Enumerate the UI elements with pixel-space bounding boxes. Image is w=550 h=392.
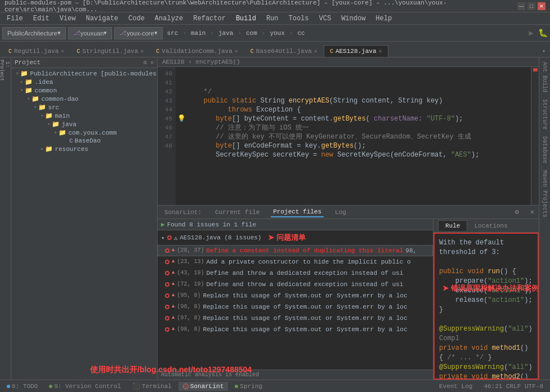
tab-regutil[interactable]: C RegUtil.java ✕ xyxy=(2,45,70,57)
sonarlint-panel: SonarLint: Current file Project files Lo… xyxy=(158,205,539,380)
tab-version-control[interactable]: 9: Version Control xyxy=(44,382,126,391)
toolbar: PublicArchitecture ▾ ⎇ youxuan ▾ ⎇ youx-… xyxy=(0,25,550,42)
tab-rule[interactable]: Rule xyxy=(438,220,467,231)
tree-idea[interactable]: ▸ 📁 .idea xyxy=(11,78,157,86)
maximize-button[interactable]: □ xyxy=(527,2,535,10)
menu-run[interactable]: Run xyxy=(262,14,283,24)
menu-view[interactable]: View xyxy=(55,14,81,24)
issue-row-7[interactable]: ▲ (98, 8) Replace this usage of System.o… xyxy=(158,324,433,335)
tree-common[interactable]: ▾ 📁 common xyxy=(11,86,157,95)
tab-log[interactable]: Log xyxy=(333,208,348,217)
menu-file[interactable]: File xyxy=(2,14,28,24)
issues-panel: ▶ Found 8 issues in 1 file ▾ ⚠ AES128.ja… xyxy=(158,219,433,380)
file-tabs: C RegUtil.java ✕ C StringUtil.java ✕ C V… xyxy=(0,42,550,57)
tab-stringutil[interactable]: C StringUtil.java ✕ xyxy=(70,45,150,57)
menu-help[interactable]: Help xyxy=(371,14,396,24)
menu-build[interactable]: Build xyxy=(231,14,261,24)
tab-overflow-icon[interactable]: ▾ xyxy=(540,46,548,57)
tree-com-youx[interactable]: ▾ 📁 com.youx.comm xyxy=(11,128,157,137)
rule-panel-tabs: Rule Locations xyxy=(433,219,539,233)
close-panel-icon[interactable]: ✕ xyxy=(530,208,534,216)
editor-stripe xyxy=(531,67,539,205)
event-log-btn[interactable]: Event Log xyxy=(435,382,477,391)
issue-row-3[interactable]: ▲ (72, 19) Define and throw a dedicated … xyxy=(158,279,433,290)
menu-edit[interactable]: Edit xyxy=(29,14,54,24)
issue-row-6[interactable]: ▲ (97, 8) Replace this usage of System.o… xyxy=(158,313,433,324)
sidebar-structure[interactable]: Structure xyxy=(540,97,549,132)
tree-root[interactable]: ▾ 📁 PublicArchitecture [public-modules- xyxy=(11,69,157,78)
branch2-btn[interactable]: ⎇ youx-core ▾ xyxy=(114,27,162,39)
menu-vcs[interactable]: VCS xyxy=(315,14,336,24)
issues-toolbar: ▶ Found 8 issues in 1 file xyxy=(158,219,433,230)
issue-circle-4 xyxy=(165,293,169,298)
tree-main[interactable]: ▾ 📁 main xyxy=(11,112,157,120)
menu-refactor[interactable]: Refactor xyxy=(189,14,230,24)
issue-row-2[interactable]: ▲ (43, 19) Define and throw a dedicated … xyxy=(158,268,433,279)
gutter: 💡 xyxy=(176,67,187,205)
issues-list[interactable]: ▾ ⚠ AES128.java (8 issues) ➤ 问题清单 ▲ xyxy=(158,230,433,369)
issue-circle-2 xyxy=(165,271,169,275)
issue-row-4[interactable]: ▲ (95, 8) Replace this usage of System.o… xyxy=(158,290,433,301)
close-button[interactable]: ✕ xyxy=(538,2,545,10)
menu-window[interactable]: Window xyxy=(337,14,370,24)
run-icon[interactable]: ▶ xyxy=(529,28,534,38)
code-content[interactable]: */ public static String encryptAES(Strin… xyxy=(187,67,531,205)
settings-icon[interactable]: ⚙ xyxy=(515,208,519,216)
tab-aes128[interactable]: C AES128.java ✕ xyxy=(324,45,388,57)
bottom-toolbar: 6: TODO 9: Version Control ⬛ Terminal S … xyxy=(0,380,550,392)
tree-common-dao[interactable]: ▾ 📁 common-dao xyxy=(11,95,157,103)
issue-header-icon xyxy=(167,235,172,240)
sidebar-database[interactable]: Database xyxy=(540,134,549,166)
project-panel-header: Project ⚙ ✕ xyxy=(11,57,157,68)
menu-analyze[interactable]: Analyze xyxy=(150,14,187,24)
menu-navigate[interactable]: Navigate xyxy=(81,14,123,24)
tab-terminal[interactable]: ⬛ Terminal xyxy=(128,381,176,391)
project-tree[interactable]: ▾ 📁 PublicArchitecture [public-modules- … xyxy=(11,68,157,380)
branch1-btn[interactable]: ⎇ youxuan ▾ xyxy=(68,27,113,39)
issue-circle-1 xyxy=(165,260,169,264)
rule-content: With the default threshold of 3: public … xyxy=(433,233,539,380)
project-panel: Project ⚙ ✕ ▾ 📁 PublicArchitecture [publ… xyxy=(11,57,158,380)
tab-validationcomm[interactable]: C ValidationComm.java ✕ xyxy=(150,45,244,57)
breadcrumb-com: com xyxy=(244,29,260,38)
project-dropdown[interactable]: PublicArchitecture ▾ xyxy=(2,27,66,39)
tab-todo[interactable]: 6: TODO xyxy=(2,382,42,391)
debug-icon[interactable]: 🐛 xyxy=(538,28,548,38)
tab-locations[interactable]: Locations xyxy=(467,221,514,231)
breadcrumb-src: src xyxy=(165,29,181,38)
code-editor[interactable]: 40 41 42 43 44 45 46 47 48 � xyxy=(158,67,539,205)
issue-row-5[interactable]: ▲ (96, 8) Replace this usage of System.o… xyxy=(158,301,433,313)
editor-breadcrumb: AES128 › encryptAES() xyxy=(158,57,539,67)
tab-project-files[interactable]: Project files xyxy=(271,207,324,217)
tree-resources[interactable]: ▸ 📁 resources xyxy=(11,145,157,153)
issue-row-1[interactable]: ▲ (23, 13) Add a private constructor to … xyxy=(158,256,433,268)
project-header-icons: ⚙ ✕ xyxy=(144,59,154,66)
project-label: Project xyxy=(15,59,41,66)
editor-area: AES128 › encryptAES() 40 41 42 43 44 45 … xyxy=(158,57,539,380)
sidebar-project-icon[interactable]: 1: Project xyxy=(1,60,10,69)
minimize-button[interactable]: — xyxy=(517,2,525,10)
tab-current-file[interactable]: Current file xyxy=(213,208,262,217)
tree-basedao[interactable]: C BaseDao xyxy=(11,137,157,145)
sidebar-ant-build[interactable]: Ant Build xyxy=(540,60,549,95)
issues-file-header[interactable]: ▾ ⚠ AES128.java (8 issues) ➤ 问题清单 xyxy=(158,230,433,245)
right-sidebar: Ant Build Structure Database Maven Proje… xyxy=(539,57,550,380)
tree-src[interactable]: ▾ 📁 src xyxy=(11,103,157,112)
status-position: 46:21 CRLF UTF-8 xyxy=(479,382,548,391)
issues-chinese-label: ➤ 问题清单 xyxy=(268,233,306,243)
tab-spring[interactable]: Spring xyxy=(230,382,267,391)
menu-code[interactable]: Code xyxy=(124,14,149,24)
breadcrumb-java: java xyxy=(216,29,235,38)
menu-tools[interactable]: Tools xyxy=(284,14,314,24)
rule-panel: Rule Locations With the default threshol… xyxy=(433,219,539,380)
tab-sonarlint-bottom[interactable]: S SonarLint xyxy=(178,382,228,391)
issue-row-0[interactable]: ▲ (28, 37) Define a constant instead of … xyxy=(158,245,433,256)
menu-bar: File Edit View Navigate Code Analyze Ref… xyxy=(0,12,550,25)
tree-java[interactable]: ▾ 📁 java xyxy=(11,120,157,128)
left-sidebar: 1: Project xyxy=(0,57,11,380)
issue-circle-5 xyxy=(165,305,169,309)
window-title: public-modules-pom – [D:\PublicArchitect… xyxy=(5,0,517,13)
sidebar-maven[interactable]: Maven Projects xyxy=(540,168,549,220)
tab-base64util[interactable]: C Base64Util.java ✕ xyxy=(244,45,324,57)
run-analysis-icon[interactable]: ▶ xyxy=(161,221,165,228)
